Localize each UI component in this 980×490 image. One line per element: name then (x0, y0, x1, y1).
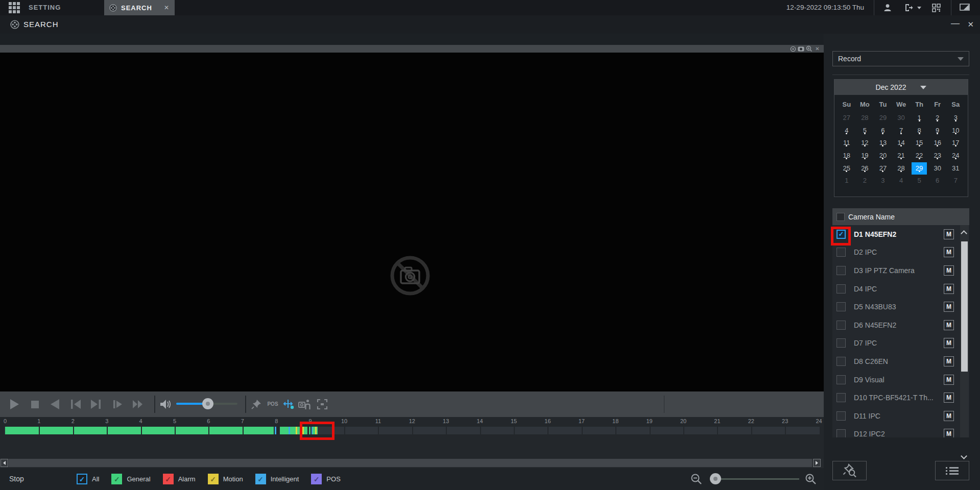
timeline-zoom-slider-knob[interactable] (710, 473, 721, 484)
timeline-zoom-out-button[interactable] (690, 473, 702, 485)
tab-setting[interactable]: SETTING (29, 0, 61, 15)
list-view-button[interactable] (935, 461, 969, 480)
calendar-day[interactable]: 14 (892, 136, 911, 149)
camera-row[interactable]: D11 IPCM (832, 407, 969, 425)
main-stream-badge[interactable]: M (944, 247, 954, 257)
close-button[interactable]: ✕ (967, 15, 974, 34)
main-stream-badge[interactable]: M (944, 265, 954, 276)
legend-checkbox-all[interactable]: ✓ (77, 474, 87, 484)
camera-checkbox[interactable] (836, 429, 846, 437)
calendar-day[interactable]: 27 (874, 162, 892, 175)
minimize-button[interactable]: — (951, 15, 960, 34)
calendar-day[interactable]: 12 (856, 136, 874, 149)
calendar-day[interactable]: 22 (910, 149, 928, 162)
camera-row[interactable]: ✓D1 N45EFN2M (832, 225, 969, 243)
calendar-day[interactable]: 13 (874, 136, 892, 149)
pin-mark-button[interactable] (249, 398, 264, 411)
volume-icon[interactable] (158, 398, 172, 411)
calendar-day[interactable]: 23 (928, 149, 947, 162)
camera-list-vscrollbar[interactable] (960, 225, 969, 437)
record-type-dropdown[interactable]: Record (832, 51, 969, 66)
timeline-record-segment[interactable] (317, 427, 318, 434)
camera-checkbox[interactable] (836, 248, 846, 257)
calendar-day[interactable]: 28 (856, 111, 874, 124)
timeline-hscrollbar[interactable] (0, 458, 824, 468)
snapshot-icon[interactable] (798, 46, 804, 52)
calendar-day[interactable]: 11 (838, 136, 856, 149)
camera-checkbox[interactable] (836, 338, 846, 348)
camera-checkbox[interactable] (836, 266, 846, 275)
motion-area-button[interactable] (282, 398, 296, 411)
viewer-close-icon[interactable]: ✕ (814, 46, 821, 52)
hscroll-thumb[interactable] (9, 459, 812, 467)
legend-checkbox-general[interactable]: ✓ (111, 474, 122, 484)
video-display[interactable] (0, 53, 824, 391)
calendar-day[interactable]: 26 (856, 162, 874, 175)
timeline-zoom-in-button[interactable] (805, 473, 817, 485)
calendar-day[interactable]: 31 (946, 162, 965, 175)
camera-row[interactable]: D7 IPCM (832, 334, 969, 353)
camera-checkbox[interactable] (836, 375, 846, 384)
scroll-down-icon[interactable] (961, 453, 967, 459)
legend-checkbox-intelligent[interactable]: ✓ (255, 474, 266, 484)
calendar-day[interactable]: 25 (838, 162, 856, 175)
scroll-right-button[interactable] (813, 459, 821, 467)
calendar-day[interactable]: 4 (838, 124, 856, 137)
slow-play-button[interactable] (111, 398, 124, 411)
main-stream-badge[interactable]: M (944, 302, 954, 312)
timeline-zoom-slider-rail[interactable] (710, 478, 799, 480)
camera-checkbox[interactable]: ✓ (836, 230, 846, 239)
calendar-day[interactable]: 2 (856, 174, 874, 187)
tag-search-button[interactable] (832, 461, 867, 480)
timeline-record-segment[interactable] (290, 427, 296, 434)
legend-checkbox-alarm[interactable]: ✓ (163, 474, 174, 484)
calendar-day[interactable]: 18 (838, 149, 856, 162)
main-stream-badge[interactable]: M (944, 393, 954, 403)
calendar-day[interactable]: 10 (946, 124, 965, 137)
calendar-day[interactable]: 3 (874, 174, 892, 187)
scroll-up-icon[interactable] (961, 230, 967, 237)
main-stream-badge[interactable]: M (944, 284, 954, 294)
calendar-day[interactable]: 6 (874, 124, 892, 137)
previous-frame-button[interactable] (69, 398, 82, 411)
calendar-day[interactable]: 5 (856, 124, 874, 137)
legend-checkbox-motion[interactable]: ✓ (208, 474, 219, 484)
camera-checkbox[interactable] (836, 284, 846, 293)
stop-button[interactable] (28, 398, 41, 411)
calendar-day[interactable]: 9 (928, 124, 947, 137)
fast-forward-button[interactable] (131, 398, 145, 411)
user-account-button[interactable] (882, 3, 893, 13)
camera-row[interactable]: D5 N43BU83M (832, 298, 969, 316)
main-stream-badge[interactable]: M (944, 411, 954, 421)
calendar-day[interactable]: 21 (892, 149, 911, 162)
calendar-day[interactable]: 29 (874, 111, 892, 124)
calendar-day[interactable]: 3 (946, 111, 965, 124)
record-timeline[interactable]: 0123456789101112131415161718192021222324 (0, 417, 824, 458)
main-stream-badge[interactable]: M (944, 429, 954, 437)
camera-row[interactable]: D8 C26ENM (832, 352, 969, 371)
main-stream-badge[interactable]: M (944, 356, 954, 366)
camera-row[interactable]: D6 N45EFN2M (832, 316, 969, 334)
camera-row[interactable]: D12 IPC2M (832, 425, 969, 437)
calendar-day[interactable]: 19 (856, 149, 874, 162)
camera-row[interactable]: D10 TPC-BF5421-T Th...M (832, 388, 969, 407)
calendar-day[interactable]: 15 (910, 136, 928, 149)
calendar-day[interactable]: 20 (874, 149, 892, 162)
camera-row[interactable]: D3 IP PTZ CameraM (832, 261, 969, 280)
calendar-day[interactable]: 8 (910, 124, 928, 137)
main-stream-badge[interactable]: M (944, 229, 954, 239)
camera-row[interactable]: D2 IPCM (832, 243, 969, 262)
calendar-day[interactable]: 1 (910, 111, 928, 124)
timeline-record-segment[interactable] (304, 427, 307, 434)
calendar-day[interactable]: 28 (892, 162, 911, 175)
pos-info-button[interactable]: POS (266, 398, 280, 411)
camera-checkbox[interactable] (836, 357, 846, 366)
calendar-day[interactable]: 4 (892, 174, 911, 187)
calendar-month-dropdown[interactable]: Dec 2022 (834, 80, 968, 95)
calendar-day[interactable]: 6 (928, 174, 947, 187)
camera-checkbox[interactable] (836, 302, 846, 311)
calendar-day[interactable]: 5 (910, 174, 928, 187)
qr-code-button[interactable] (930, 3, 942, 13)
play-button[interactable] (7, 398, 20, 411)
select-all-cameras-checkbox[interactable] (836, 213, 845, 221)
